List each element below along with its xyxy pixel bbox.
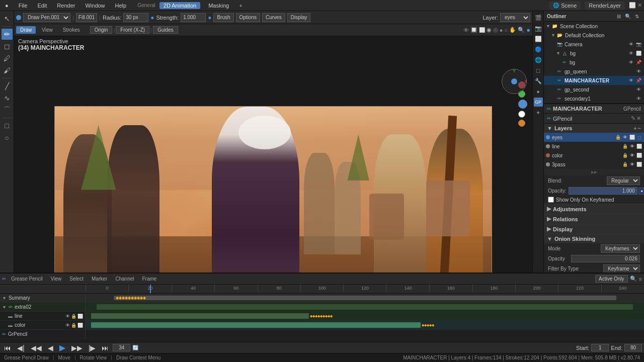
prop-shader-icon[interactable]: ● xyxy=(534,87,543,96)
timeline-search[interactable]: 🔍 xyxy=(630,276,637,282)
onion-opacity-input[interactable] xyxy=(571,255,640,262)
outliner-gp-second[interactable]: ✏ gp_second 👁 xyxy=(544,85,644,94)
viewport-zoom[interactable]: 🔍 xyxy=(518,27,525,33)
layer-color-render[interactable]: ⬜ xyxy=(636,153,642,158)
erase-tool[interactable]: ◻ xyxy=(2,41,13,52)
line-tool[interactable]: ╱ xyxy=(2,80,13,92)
track-summary-content[interactable]: ◆◆◆◆◆◆◆◆◆◆ xyxy=(86,294,644,302)
strokes-mode-btn[interactable]: Strokes xyxy=(59,26,84,34)
origin-button[interactable]: Origin xyxy=(90,26,113,34)
layer-selector[interactable]: eyes xyxy=(500,13,530,22)
layer-eyes-mask[interactable]: ◻ xyxy=(636,135,642,140)
color-dot-white[interactable] xyxy=(518,111,525,118)
strength-input[interactable] xyxy=(181,13,206,22)
layer-eyes-render[interactable]: ⬜ xyxy=(629,135,635,140)
outliner-camera[interactable]: 📷 Camera 👁 📷 xyxy=(544,40,644,49)
menu-window[interactable]: Window xyxy=(82,2,108,10)
brush-button[interactable]: Brush xyxy=(213,13,233,22)
fill-selector[interactable]: Fill.001 xyxy=(76,13,97,22)
layer-3pass-lock[interactable]: 🔒 xyxy=(622,162,628,167)
curves-button[interactable]: Curves xyxy=(262,13,285,22)
layers-add[interactable]: + xyxy=(633,125,636,131)
outliner-gp-queen[interactable]: ✏ gp_queen 👁 xyxy=(544,67,644,76)
layer-eyes-lock[interactable]: 🔒 xyxy=(615,135,621,140)
strength-toggle[interactable]: ● xyxy=(208,14,211,21)
prop-modifier-icon[interactable]: 🔧 xyxy=(534,76,543,85)
add-workspace-button[interactable]: + xyxy=(237,3,244,9)
layer-3pass-eye[interactable]: 👁 xyxy=(629,162,635,167)
prop-object-icon[interactable]: ◻ xyxy=(534,66,543,75)
jump-start-btn[interactable]: ⏮ xyxy=(2,344,13,352)
prop-world-icon[interactable]: 🌐 xyxy=(534,55,543,64)
line-eye-vis[interactable]: 👁 xyxy=(65,314,70,319)
bg-gp-pin[interactable]: 📌 xyxy=(635,60,642,65)
brush-name-selector[interactable]: Draw Pen.001 xyxy=(23,13,70,22)
relations-header[interactable]: ▶ Relations xyxy=(544,214,644,224)
arc-tool[interactable]: ⌒ xyxy=(2,105,13,116)
active-only-btn[interactable]: Active Only xyxy=(595,275,628,283)
outliner-bg-obj[interactable]: ▼ △ bg 👁 ⬜ xyxy=(544,49,644,58)
timeline-filter[interactable]: ≡ xyxy=(639,276,642,282)
scene-selector[interactable]: 🌐 Scene xyxy=(549,2,581,10)
layers-header[interactable]: ▼ Layers + − xyxy=(544,124,644,133)
menu-edit[interactable]: Edit xyxy=(34,2,50,10)
timeline-frame-btn[interactable]: Frame xyxy=(139,276,160,282)
bg-render-icon[interactable]: ⬜ xyxy=(635,51,642,56)
timeline-select-btn[interactable]: Select xyxy=(66,276,87,282)
viewport-toggle-1[interactable]: 👁 xyxy=(463,27,469,33)
onion-header[interactable]: ▼ Onion Skinning xyxy=(544,234,644,243)
layer-line-render[interactable]: ⬜ xyxy=(636,144,642,149)
track-grpencil-content[interactable] xyxy=(86,330,644,338)
prop-data-icon[interactable]: GP xyxy=(534,98,543,107)
color-eye-vis[interactable]: 👁 xyxy=(65,323,70,328)
gp-mode-label[interactable]: Grease Pencil xyxy=(8,276,46,282)
play-btn[interactable]: ▶ xyxy=(57,343,67,352)
draw-mode-btn[interactable]: Draw xyxy=(16,26,36,34)
current-frame-display[interactable]: 34 xyxy=(113,344,130,351)
outliner-bg-gp[interactable]: ✏ bg 👁 📌 xyxy=(544,58,644,67)
draw-tool[interactable]: ✏ xyxy=(2,29,13,40)
sort-icon[interactable]: ⇅ xyxy=(633,12,641,20)
line-keyframe-vis[interactable]: ⬜ xyxy=(77,314,83,319)
viewport-shading-render[interactable]: ○ xyxy=(504,27,508,33)
gp-queen-eye[interactable]: 👁 xyxy=(635,69,642,74)
line-lock-vis[interactable]: 🔒 xyxy=(71,314,76,319)
track-color-content[interactable]: ◆◆◆◆◆ xyxy=(86,321,644,329)
circle-tool[interactable]: ○ xyxy=(2,132,13,143)
gp-second-eye[interactable]: 👁 xyxy=(635,87,642,92)
frame-end-input[interactable]: 80 xyxy=(624,344,642,351)
options-button[interactable]: Options xyxy=(236,13,260,22)
layer-3pass-render[interactable]: ⬜ xyxy=(636,162,642,167)
curve-tool[interactable]: ∿ xyxy=(2,93,13,104)
layer-line-lock[interactable]: 🔒 xyxy=(622,144,628,149)
outliner-default-collection[interactable]: ▼ 📂 Default Collection xyxy=(544,31,644,40)
app-icon[interactable]: ● xyxy=(2,2,12,10)
step-back-btn[interactable]: ◀◀ xyxy=(29,344,44,352)
prop-particles-icon[interactable]: ✦ xyxy=(534,108,543,117)
nav-gizmo[interactable]: X Y xyxy=(499,66,529,97)
color-dot-orange[interactable] xyxy=(518,120,525,127)
window-controls[interactable]: ⬜ ✕ xyxy=(629,2,642,9)
layers-remove[interactable]: − xyxy=(638,125,641,131)
track-extra02-content[interactable] xyxy=(86,303,644,311)
prop-scene-icon[interactable]: 🔵 xyxy=(534,45,543,54)
adjustments-header[interactable]: ▶ Adjustments xyxy=(544,204,644,214)
prop-view-icon[interactable]: ⬜ xyxy=(534,34,543,43)
gp-data-close[interactable]: ✕ xyxy=(636,115,641,122)
prev-keyframe-btn[interactable]: ◀| xyxy=(15,344,27,352)
secondary1-eye[interactable]: 👁 xyxy=(635,96,642,101)
display-header-1[interactable]: ▶ Display xyxy=(544,224,644,234)
layer-color[interactable]: color 🔒 👁 ⬜ xyxy=(544,151,644,160)
menu-render[interactable]: Render xyxy=(54,2,78,10)
layer-color-eye[interactable]: 👁 xyxy=(629,153,635,158)
viewport-shading-mat[interactable]: ● xyxy=(500,27,503,33)
color-dot-blue[interactable] xyxy=(518,100,527,109)
layer-line[interactable]: line 🔒 👁 ⬜ xyxy=(544,142,644,151)
mainchar-eye[interactable]: 👁 xyxy=(627,78,634,83)
filter-type-dropdown[interactable]: Keyframe xyxy=(603,264,640,273)
layers-expand-strip[interactable]: ▶▶ xyxy=(544,169,644,175)
guides-button[interactable]: Guides xyxy=(153,26,178,34)
radius-toggle[interactable]: ● xyxy=(150,14,154,21)
render-layer-selector[interactable]: RenderLayer xyxy=(585,2,625,10)
filter-icon[interactable]: ⊞ xyxy=(615,12,623,20)
